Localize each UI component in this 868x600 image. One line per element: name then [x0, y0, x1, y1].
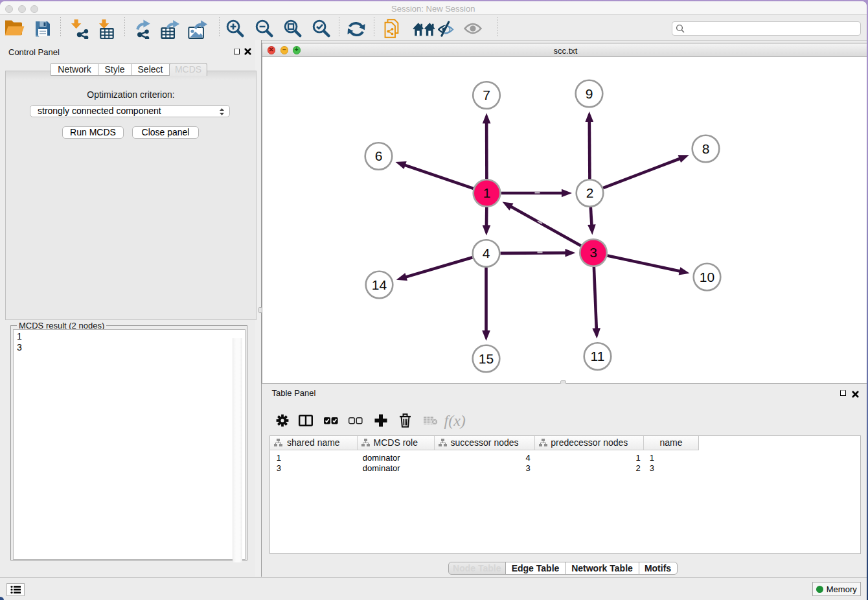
svg-text:6: 6 [374, 148, 382, 163]
svg-text:1: 1 [483, 185, 490, 200]
svg-text:10: 10 [699, 270, 714, 284]
svg-text:9: 9 [585, 86, 593, 101]
svg-text:15: 15 [478, 351, 493, 366]
svg-text:14: 14 [371, 277, 387, 292]
svg-text:3: 3 [589, 245, 597, 260]
svg-text:11: 11 [590, 349, 604, 363]
svg-text:4: 4 [482, 246, 490, 260]
svg-text:8: 8 [702, 141, 709, 156]
svg-text:2: 2 [586, 185, 593, 200]
svg-text:7: 7 [483, 87, 490, 102]
